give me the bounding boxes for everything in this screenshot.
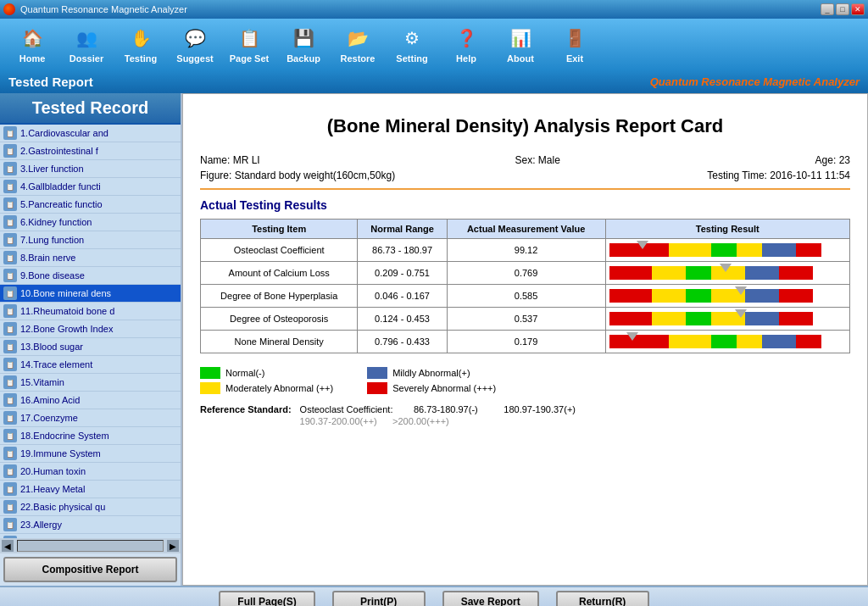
sidebar-scroll-left[interactable]: ◀ xyxy=(2,540,14,552)
sidebar-item-icon-16: 📋 xyxy=(3,411,17,425)
cell-range-2: 0.046 - 0.167 xyxy=(358,285,447,308)
sidebar-item-icon-10: 📋 xyxy=(3,304,17,318)
title-bar-controls: _ □ ✕ xyxy=(821,3,865,15)
sidebar-item-label-2: 3.Liver function xyxy=(20,164,84,174)
sidebar-scroll-right[interactable]: ▶ xyxy=(167,540,179,552)
sidebar-item-icon-13: 📋 xyxy=(3,358,17,371)
cell-item-1: Amount of Calcium Loss xyxy=(201,262,358,285)
restore-button[interactable]: □ xyxy=(836,3,849,15)
composite-report-button[interactable]: Compositive Report xyxy=(3,557,177,582)
sidebar-item-18[interactable]: 📋19.Immune System xyxy=(0,445,181,463)
toolbar-help[interactable]: ❓ Help xyxy=(441,22,492,66)
reference-row-1: Osteoclast Coefficient: 86.73-180.97(-) … xyxy=(300,404,576,414)
toolbar: 🏠 Home 👥 Dossier ✋ Testing 💬 Suggest 📋 P… xyxy=(0,19,868,69)
legend-normal-item: Normal(-) xyxy=(200,367,333,379)
sidebar-item-icon-9: 📋 xyxy=(3,286,17,300)
sidebar-item-icon-3: 📋 xyxy=(3,180,17,193)
sidebar-item-11[interactable]: 📋12.Bone Growth Index xyxy=(0,320,181,338)
toolbar-exit[interactable]: 🚪 Exit xyxy=(549,22,600,66)
legend-severely-item: Severely Abnormal (+++) xyxy=(367,382,496,394)
sidebar-item-icon-11: 📋 xyxy=(3,322,17,336)
sidebar-item-4[interactable]: 📋5.Pancreatic functio xyxy=(0,196,181,214)
toolbar-pageset[interactable]: 📋 Page Set xyxy=(224,22,275,66)
pageset-icon: 📋 xyxy=(236,25,263,52)
sidebar-item-icon-5: 📋 xyxy=(3,215,17,229)
toolbar-restore[interactable]: 📂 Restore xyxy=(332,22,383,66)
about-label: About xyxy=(507,53,534,64)
legend-mildly-item: Mildly Abnormal(+) xyxy=(367,367,496,379)
sidebar-item-8[interactable]: 📋9.Bone disease xyxy=(0,267,181,285)
cell-bar-1 xyxy=(605,262,849,285)
sidebar-item-label-19: 20.Human toxin xyxy=(20,466,86,476)
cell-range-1: 0.209 - 0.751 xyxy=(358,262,447,285)
patient-figure: Figure: Standard body weight(160cm,50kg) xyxy=(200,170,395,181)
report-title: (Bone Mineral Density) Analysis Report C… xyxy=(200,115,850,137)
sidebar-item-2[interactable]: 📋3.Liver function xyxy=(0,160,181,178)
sidebar-item-label-16: 17.Coenzyme xyxy=(20,413,78,423)
sidebar-item-5[interactable]: 📋6.Kidney function xyxy=(0,214,181,231)
page-header: Tested Report Quantum Resonance Magnetic… xyxy=(0,69,868,93)
sidebar-item-12[interactable]: 📋13.Blood sugar xyxy=(0,338,181,356)
sidebar-item-icon-19: 📋 xyxy=(3,464,17,478)
help-label: Help xyxy=(456,53,476,64)
sidebar-item-icon-21: 📋 xyxy=(3,500,17,514)
cell-range-3: 0.124 - 0.453 xyxy=(358,308,447,331)
print-button[interactable]: Print(P) xyxy=(332,591,426,606)
sidebar-item-19[interactable]: 📋20.Human toxin xyxy=(0,463,181,481)
sidebar-item-icon-1: 📋 xyxy=(3,144,17,158)
brand-text: Quantum Resonance Magnetic Analyzer xyxy=(650,75,860,88)
sidebar-item-21[interactable]: 📋22.Basic physical qu xyxy=(0,498,181,516)
toolbar-about[interactable]: 📊 About xyxy=(495,22,546,66)
toolbar-testing[interactable]: ✋ Testing xyxy=(115,22,166,66)
home-icon: 🏠 xyxy=(19,25,46,52)
sidebar-item-label-14: 15.Vitamin xyxy=(20,377,64,387)
sidebar-item-16[interactable]: 📋17.Coenzyme xyxy=(0,409,181,427)
suggest-label: Suggest xyxy=(176,53,213,64)
sidebar-item-14[interactable]: 📋15.Vitamin xyxy=(0,374,181,392)
toolbar-suggest[interactable]: 💬 Suggest xyxy=(170,22,220,66)
sidebar-item-label-15: 16.Amino Acid xyxy=(20,395,80,405)
table-row-4: None Mineral Density 0.796 - 0.433 0.179 xyxy=(201,331,850,353)
toolbar-setting[interactable]: ⚙ Setting xyxy=(387,22,437,66)
help-icon: ❓ xyxy=(453,25,480,52)
sidebar-item-1[interactable]: 📋2.Gastrointestinal f xyxy=(0,142,181,160)
save-report-button[interactable]: Save Report xyxy=(442,591,539,606)
sidebar-item-0[interactable]: 📋1.Cardiovascular and xyxy=(0,125,181,142)
legend-moderately-item: Moderately Abnormal (++) xyxy=(200,382,333,394)
testing-icon: ✋ xyxy=(127,25,154,52)
legend-severely-box xyxy=(367,382,387,394)
cell-bar-2 xyxy=(605,285,849,308)
toolbar-dossier[interactable]: 👥 Dossier xyxy=(61,22,112,66)
sidebar-item-22[interactable]: 📋23.Allergy xyxy=(0,516,181,534)
backup-label: Backup xyxy=(287,53,320,64)
return-button[interactable]: Return(R) xyxy=(556,591,649,606)
toolbar-backup[interactable]: 💾 Backup xyxy=(278,22,329,66)
minimize-button[interactable]: _ xyxy=(821,3,834,15)
sidebar-item-label-1: 2.Gastrointestinal f xyxy=(20,146,98,156)
sidebar-item-icon-14: 📋 xyxy=(3,375,17,389)
sidebar-item-17[interactable]: 📋18.Endocrine System xyxy=(0,427,181,445)
sidebar-item-20[interactable]: 📋21.Heavy Metal xyxy=(0,481,181,498)
fullpage-button[interactable]: Full Page(S) xyxy=(219,591,314,606)
sidebar-item-7[interactable]: 📋8.Brain nerve xyxy=(0,249,181,267)
sidebar-item-10[interactable]: 📋11.Rheumatoid bone d xyxy=(0,303,181,320)
cell-value-4: 0.179 xyxy=(447,331,605,353)
sidebar-item-13[interactable]: 📋14.Trace element xyxy=(0,356,181,374)
sidebar-title: Tested Record xyxy=(0,93,181,125)
sidebar-scrollbar[interactable] xyxy=(17,540,164,552)
home-label: Home xyxy=(19,53,46,64)
sidebar-item-3[interactable]: 📋4.Gallbladder functi xyxy=(0,178,181,196)
col-value: Actual Measurement Value xyxy=(447,220,605,239)
sidebar-item-icon-7: 📋 xyxy=(3,251,17,264)
table-row-2: Degree of Bone Hyperplasia 0.046 - 0.167… xyxy=(201,285,850,308)
table-row-0: Osteoclast Coefficient 86.73 - 180.97 99… xyxy=(201,239,850,262)
sidebar-item-icon-20: 📋 xyxy=(3,482,17,496)
toolbar-home[interactable]: 🏠 Home xyxy=(7,22,58,66)
exit-icon: 🚪 xyxy=(561,25,588,52)
sidebar-item-9[interactable]: 📋10.Bone mineral dens xyxy=(0,285,181,303)
sidebar-item-label-13: 14.Trace element xyxy=(20,359,92,370)
sidebar-item-15[interactable]: 📋16.Amino Acid xyxy=(0,392,181,409)
sidebar-item-6[interactable]: 📋7.Lung function xyxy=(0,231,181,249)
legend-moderately-label: Moderately Abnormal (++) xyxy=(225,383,333,393)
close-button[interactable]: ✕ xyxy=(851,3,865,15)
